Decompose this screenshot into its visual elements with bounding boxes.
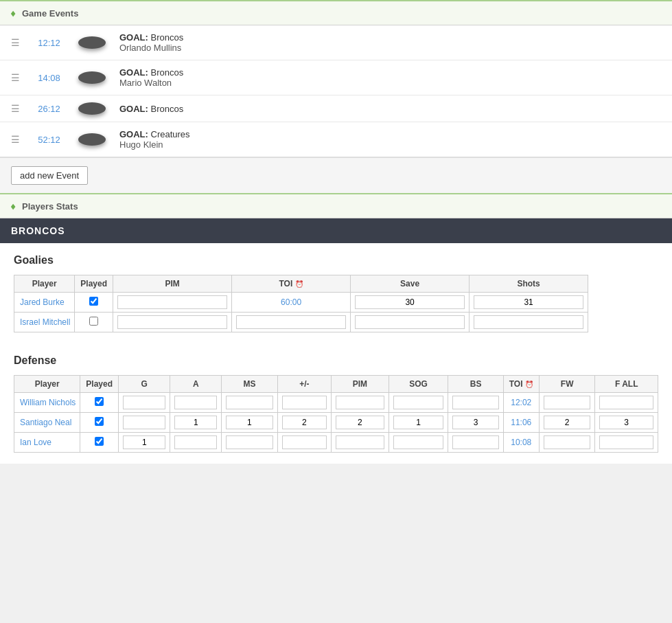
defense-bs-input[interactable] [452,416,498,429]
event-player: Orlando Mullins [119,43,661,53]
event-type-team: GOAL: Broncos [119,67,661,78]
goalie-pim-input[interactable] [117,315,227,329]
defense-plusMinus-input[interactable] [282,416,327,429]
defense-fall-input[interactable] [599,435,653,449]
defense-row: Santiago Neal11:06 [14,413,658,433]
add-event-button[interactable]: add new Event [11,166,88,185]
defense-fw-input[interactable] [544,396,591,409]
defense-ms[interactable] [222,413,277,433]
event-type-team: GOAL: Broncos [119,32,661,43]
defense-bs[interactable] [448,413,503,433]
defense-col-a: A [170,376,222,393]
defense-sog[interactable] [389,433,448,453]
defense-a-input[interactable] [174,416,217,429]
defense-section: Defense PlayerPlayedGAMS+/-PIMSOGBSTOI ⏰… [0,343,672,464]
defense-played[interactable] [80,393,119,413]
defense-sog-input[interactable] [393,396,444,409]
defense-bs-input[interactable] [452,396,498,409]
defense-ms[interactable] [222,393,277,413]
goalies-col-played: Played [75,275,113,293]
defense-played[interactable] [80,413,119,433]
hamburger-icon[interactable]: ☰ [11,103,20,114]
goalie-shots-input[interactable] [474,295,583,309]
defense-ms-input[interactable] [226,396,273,409]
defense-sog-input[interactable] [393,435,444,449]
goalie-save[interactable] [351,313,470,332]
goalie-toi[interactable] [232,313,351,332]
game-events-title: Game Events [22,8,78,19]
players-stats-header: ⬧ Players Stats [0,193,672,218]
defense-plusMinus-input[interactable] [282,396,327,409]
defense-ms-input[interactable] [226,435,273,449]
defense-pim-input[interactable] [336,396,384,409]
goalie-toi-input[interactable] [236,315,346,329]
goalie-toi[interactable]: 60:00 [232,293,351,313]
defense-pim-input[interactable] [336,435,384,449]
defense-g[interactable] [119,433,170,453]
goalie-shots[interactable] [470,313,588,332]
defense-fw[interactable] [539,413,595,433]
event-row: ☰ 14:08 GOAL: Broncos Mario Walton [0,60,672,95]
defense-fall[interactable] [595,433,658,453]
hamburger-icon[interactable]: ☰ [11,134,20,145]
defense-plusMinus[interactable] [277,433,332,453]
defense-bs[interactable] [448,393,503,413]
hamburger-icon[interactable]: ☰ [11,37,20,48]
defense-pim[interactable] [332,393,389,413]
toi-value: 10:08 [511,438,531,447]
defense-toi[interactable]: 10:08 [503,433,539,453]
goalie-save-input[interactable] [355,295,465,309]
defense-g-input[interactable] [123,416,165,429]
defense-a[interactable] [170,393,222,413]
defense-sog-input[interactable] [393,416,444,429]
defense-a[interactable] [170,433,222,453]
defense-plusMinus[interactable] [277,393,332,413]
goalies-title: Goalies [14,254,658,267]
defense-bs-input[interactable] [452,435,498,449]
defense-plusMinus[interactable] [277,413,332,433]
defense-g-input[interactable] [123,396,165,409]
defense-fall[interactable] [595,413,658,433]
defense-fw[interactable] [539,393,595,413]
defense-toi[interactable]: 11:06 [503,413,539,433]
goalie-save[interactable] [351,293,470,313]
goalies-row: Jared Burke60:00 [14,293,588,313]
defense-bs[interactable] [448,433,503,453]
defense-fall-input[interactable] [599,416,653,429]
goalie-shots[interactable] [470,293,588,313]
defense-sog[interactable] [389,393,448,413]
defense-plusMinus-input[interactable] [282,435,327,449]
defense-played[interactable] [80,433,119,453]
defense-fall-input[interactable] [599,396,653,409]
goalie-played[interactable] [75,313,113,332]
defense-toi[interactable]: 12:02 [503,393,539,413]
defense-g-input[interactable] [123,435,165,449]
defense-pim[interactable] [332,413,389,433]
defense-pim-input[interactable] [336,416,384,429]
toi-value: 60:00 [281,297,301,307]
defense-ms-input[interactable] [226,416,273,429]
defense-fall[interactable] [595,393,658,413]
defense-row: William Nichols12:02 [14,393,658,413]
event-details: GOAL: Creatures Hugo Klein [119,129,661,150]
defense-sog[interactable] [389,413,448,433]
defense-fw-input[interactable] [544,416,591,429]
defense-fw[interactable] [539,433,595,453]
goalie-pim-input[interactable] [117,295,227,309]
goalies-row: Israel Mitchell [14,313,588,332]
event-type: GOAL: [119,67,148,78]
defense-fw-input[interactable] [544,435,591,449]
defense-a[interactable] [170,413,222,433]
goalie-pim[interactable] [113,313,232,332]
goalie-played[interactable] [75,293,113,313]
defense-a-input[interactable] [174,396,217,409]
defense-g[interactable] [119,413,170,433]
goalie-save-input[interactable] [355,315,465,329]
defense-a-input[interactable] [174,435,217,449]
defense-ms[interactable] [222,433,277,453]
defense-pim[interactable] [332,433,389,453]
goalie-shots-input[interactable] [474,315,583,329]
defense-g[interactable] [119,393,170,413]
hamburger-icon[interactable]: ☰ [11,72,20,83]
goalie-pim[interactable] [113,293,232,313]
